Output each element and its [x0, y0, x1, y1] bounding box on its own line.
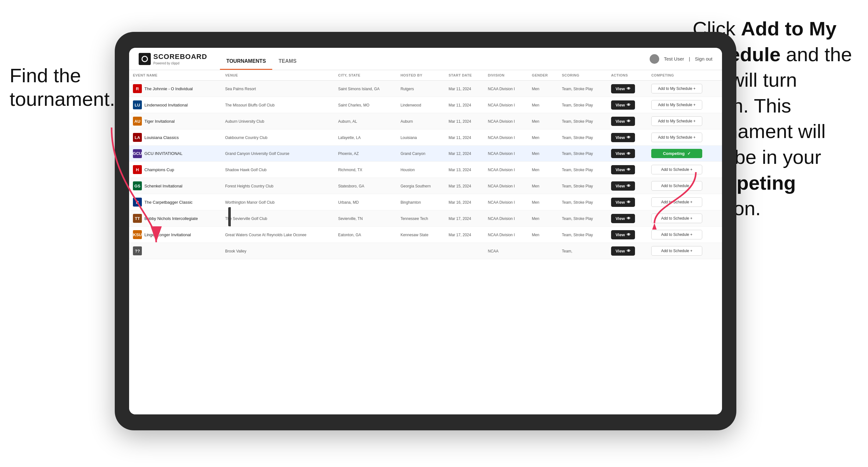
gender-cell-9: Men [528, 227, 558, 243]
tablet-screen: SCOREBOARD Powered by clippd TOURNAMENTS… [129, 48, 722, 414]
competing-cell-0: Add to My Schedule + [647, 81, 722, 97]
table-row: ?? Brook ValleyNCAATeam, View 👁 Add to S… [129, 243, 722, 259]
scoring-cell-0: Team, Stroke Play [558, 81, 607, 97]
add-schedule-button-10[interactable]: Add to Schedule + [651, 246, 702, 256]
venue-cell-5: Shadow Hawk Golf Club [221, 162, 334, 178]
scoring-cell-6: Team, Stroke Play [558, 178, 607, 194]
action-cell-4: View 👁 [607, 146, 647, 162]
division-cell-1: NCAA Division I [484, 97, 528, 113]
add-schedule-button-1[interactable]: Add to My Schedule + [651, 100, 702, 110]
competing-button-4[interactable]: Competing ✓ [651, 149, 702, 158]
add-schedule-button-2[interactable]: Add to My Schedule + [651, 116, 702, 126]
add-schedule-label: Add to My Schedule + [658, 86, 695, 91]
event-name-text: Lindenwood Invitational [145, 103, 188, 107]
col-actions: ACTIONS [607, 70, 647, 81]
logo-icon-circle [142, 56, 148, 62]
city-state-cell-2: Auburn, AL [334, 113, 397, 129]
scoring-cell-10: Team, [558, 243, 607, 259]
add-schedule-button-3[interactable]: Add to My Schedule + [651, 133, 702, 142]
hosted-by-cell-5: Houston [397, 162, 445, 178]
table-row: TT Bobby Nichols Intercollegiate The Sev… [129, 210, 722, 227]
start-date-cell-2: Mar 11, 2024 [445, 113, 484, 129]
venue-cell-2: Auburn University Club [221, 113, 334, 129]
venue-cell-0: Sea Palms Resort [221, 81, 334, 97]
division-cell-8: NCAA Division I [484, 210, 528, 227]
col-start-date: START DATE [445, 70, 484, 81]
col-event-name: EVENT NAME [129, 70, 221, 81]
gender-cell-6: Men [528, 178, 558, 194]
action-cell-7: View 👁 [607, 194, 647, 210]
eye-icon: 👁 [627, 151, 630, 156]
add-schedule-button-9[interactable]: Add to Schedule + [651, 230, 702, 240]
eye-icon: 👁 [627, 119, 630, 123]
app-header: SCOREBOARD Powered by clippd TOURNAMENTS… [129, 48, 722, 70]
scoring-cell-3: Team, Stroke Play [558, 129, 607, 146]
scoring-cell-1: Team, Stroke Play [558, 97, 607, 113]
view-button-10[interactable]: View 👁 [611, 246, 635, 256]
table-row: GS Schenkel Invitational Forest Heights … [129, 178, 722, 194]
start-date-cell-4: Mar 12, 2024 [445, 146, 484, 162]
table-row: KSU Linger Longer Invitational Great Wat… [129, 227, 722, 243]
arrow-left-indicator [102, 121, 166, 249]
venue-cell-1: The Missouri Bluffs Golf Club [221, 97, 334, 113]
checkmark-icon: ✓ [687, 151, 691, 156]
division-cell-7: NCAA Division I [484, 194, 528, 210]
tab-tournaments[interactable]: TOURNAMENTS [220, 48, 272, 70]
division-cell-5: NCAA Division I [484, 162, 528, 178]
division-cell-9: NCAA Division I [484, 227, 528, 243]
table-row: R The Johnnie - O Individual Sea Palms R… [129, 81, 722, 97]
action-cell-3: View 👁 [607, 129, 647, 146]
hosted-by-cell-0: Rutgers [397, 81, 445, 97]
venue-cell-8: The Sevierville Golf Club [221, 210, 334, 227]
view-button-3[interactable]: View 👁 [611, 133, 635, 142]
view-button-0[interactable]: View 👁 [611, 84, 635, 93]
view-button-8[interactable]: View 👁 [611, 214, 635, 223]
gender-cell-4: Men [528, 146, 558, 162]
view-button-7[interactable]: View 👁 [611, 198, 635, 207]
add-schedule-button-0[interactable]: Add to My Schedule + [651, 84, 702, 93]
city-state-cell-4: Phoenix, AZ [334, 146, 397, 162]
view-button-2[interactable]: View 👁 [611, 117, 635, 126]
tab-teams[interactable]: TEAMS [272, 48, 303, 70]
add-schedule-label: Add to My Schedule + [658, 135, 695, 139]
gender-cell-7: Men [528, 194, 558, 210]
city-state-cell-1: Saint Charles, MO [334, 97, 397, 113]
action-cell-0: View 👁 [607, 81, 647, 97]
city-state-cell-5: Richmond, TX [334, 162, 397, 178]
table-row: B The Carpetbagger Classic Worthington M… [129, 194, 722, 210]
view-button-4[interactable]: View 👁 [611, 149, 635, 158]
action-cell-8: View 👁 [607, 210, 647, 227]
division-cell-3: NCAA Division I [484, 129, 528, 146]
competing-label: Competing [663, 151, 685, 156]
hosted-by-cell-9: Kennesaw State [397, 227, 445, 243]
start-date-cell-7: Mar 16, 2024 [445, 194, 484, 210]
eye-icon: 👁 [627, 103, 630, 107]
scoring-cell-4: Team, Stroke Play [558, 146, 607, 162]
view-button-6[interactable]: View 👁 [611, 181, 635, 191]
venue-cell-6: Forest Heights Country Club [221, 178, 334, 194]
user-name: Test User [664, 56, 684, 62]
event-name-cell-1: LU Lindenwood Invitational [129, 97, 221, 113]
user-avatar [650, 54, 659, 64]
start-date-cell-3: Mar 11, 2024 [445, 129, 484, 146]
add-schedule-label: Add to Schedule + [661, 232, 692, 237]
gender-cell-8: Men [528, 210, 558, 227]
view-button-1[interactable]: View 👁 [611, 100, 635, 110]
venue-cell-7: Worthington Manor Golf Club [221, 194, 334, 210]
division-cell-4: NCAA Division I [484, 146, 528, 162]
view-button-5[interactable]: View 👁 [611, 165, 635, 175]
action-cell-9: View 👁 [607, 227, 647, 243]
header-right: Test User | Sign out [650, 54, 712, 64]
col-venue: VENUE [221, 70, 334, 81]
view-button-9[interactable]: View 👁 [611, 230, 635, 240]
nav-tabs: TOURNAMENTS TEAMS [220, 48, 303, 70]
start-date-cell-10 [445, 243, 484, 259]
add-schedule-label: Add to My Schedule + [658, 103, 695, 107]
sign-out-link[interactable]: Sign out [695, 56, 712, 62]
tablet-device: SCOREBOARD Powered by clippd TOURNAMENTS… [115, 32, 736, 430]
divider: | [689, 56, 690, 62]
start-date-cell-9: Mar 17, 2024 [445, 227, 484, 243]
gender-cell-5: Men [528, 162, 558, 178]
eye-icon: 👁 [627, 184, 630, 188]
col-gender: GENDER [528, 70, 558, 81]
